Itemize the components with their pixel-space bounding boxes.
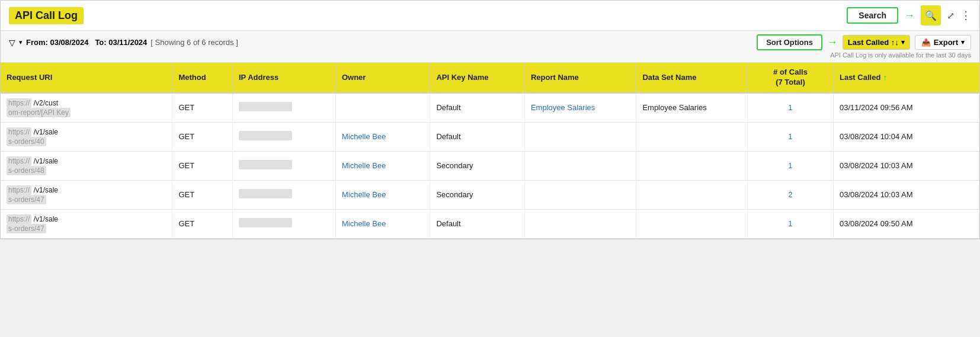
- cell-dataset: Employee Salaries: [636, 93, 748, 123]
- cell-ip: [232, 180, 335, 209]
- owner-link[interactable]: Michelle Bee: [342, 190, 386, 199]
- export-label: Export: [934, 38, 958, 47]
- cell-owner[interactable]: Michelle Bee: [335, 151, 430, 180]
- cell-dataset: [636, 151, 748, 180]
- cell-calls[interactable]: 1: [747, 209, 833, 238]
- cell-lastcalled: 03/08/2024 10:03 AM: [833, 180, 979, 209]
- cell-report: [524, 180, 636, 209]
- calls-link[interactable]: 1: [788, 132, 792, 141]
- page-title: API Call Log: [9, 7, 84, 24]
- cell-method: GET: [172, 151, 232, 180]
- sort-caret-icon: ▾: [901, 38, 905, 46]
- owner-link[interactable]: Michelle Bee: [342, 219, 386, 228]
- export-button[interactable]: 📤 Export ▾: [915, 35, 971, 50]
- expand-icon[interactable]: ⤢: [947, 10, 955, 21]
- cell-owner[interactable]: Michelle Bee: [335, 209, 430, 238]
- table-row: https:// /v1/sale s-orders/48 GETMichell…: [1, 151, 979, 180]
- cell-uri: https:// /v1/sale s-orders/47: [1, 209, 172, 238]
- cell-apikey: Default: [430, 209, 524, 238]
- cell-ip: [232, 122, 335, 151]
- cell-dataset: [636, 209, 748, 238]
- cell-method: GET: [172, 209, 232, 238]
- cell-report: [524, 209, 636, 238]
- cell-calls[interactable]: 1: [747, 122, 833, 151]
- search-icon: 🔍: [925, 10, 937, 21]
- filter-bar: ▽ ▾ From: 03/08/2024 To: 03/11/2024 [ Sh…: [9, 38, 238, 47]
- col-header-dataset: Data Set Name: [636, 63, 748, 93]
- sort-dropdown-label: Last Called ↑↓: [848, 38, 899, 47]
- cell-uri: https:// /v1/sale s-orders/47: [1, 180, 172, 209]
- cell-ip: [232, 93, 335, 123]
- date-range-label: From: 03/08/2024 To: 03/11/2024: [26, 38, 147, 47]
- cell-report: [524, 122, 636, 151]
- export-caret-icon: ▾: [961, 38, 965, 46]
- col-header-lastcalled: Last Called ↑: [833, 63, 979, 93]
- cell-dataset: [636, 180, 748, 209]
- cell-apikey: Secondary: [430, 151, 524, 180]
- col-header-calls: # of Calls(7 Total): [747, 63, 833, 93]
- cell-calls[interactable]: 1: [747, 93, 833, 123]
- cell-method: GET: [172, 122, 232, 151]
- sort-dropdown[interactable]: Last Called ↑↓ ▾: [843, 35, 910, 50]
- cell-report: [524, 151, 636, 180]
- cell-owner[interactable]: Michelle Bee: [335, 180, 430, 209]
- more-options-icon[interactable]: ⋮: [960, 9, 971, 22]
- cell-lastcalled: 03/08/2024 10:04 AM: [833, 122, 979, 151]
- col-header-method: Method: [172, 63, 232, 93]
- cell-method: GET: [172, 93, 232, 123]
- last-called-sort-arrow: ↑: [883, 73, 887, 82]
- report-link[interactable]: Employee Salaries: [531, 103, 595, 112]
- cell-lastcalled: 03/08/2024 10:03 AM: [833, 151, 979, 180]
- calls-link[interactable]: 1: [788, 219, 792, 228]
- cell-dataset: [636, 122, 748, 151]
- cell-lastcalled: 03/11/2024 09:56 AM: [833, 93, 979, 123]
- filter-dropdown-arrow[interactable]: ▾: [19, 38, 23, 46]
- cell-calls[interactable]: 2: [747, 180, 833, 209]
- cell-apikey: Secondary: [430, 180, 524, 209]
- cell-apikey: Default: [430, 122, 524, 151]
- cell-lastcalled: 03/08/2024 09:50 AM: [833, 209, 979, 238]
- cell-ip: [232, 209, 335, 238]
- filter-icon[interactable]: ▽: [9, 38, 15, 47]
- export-icon: 📤: [921, 38, 931, 47]
- col-header-ip: IP Address: [232, 63, 335, 93]
- cell-ip: [232, 151, 335, 180]
- cell-owner[interactable]: Michelle Bee: [335, 122, 430, 151]
- table-row: https:// /v1/sale s-orders/40 GETMichell…: [1, 122, 979, 151]
- cell-calls[interactable]: 1: [747, 151, 833, 180]
- sort-options-button[interactable]: Sort Options: [757, 34, 822, 50]
- table-row: https:// /v2/cust om-report/[API Key GET…: [1, 93, 979, 123]
- owner-link[interactable]: Michelle Bee: [342, 132, 386, 141]
- cell-uri: https:// /v1/sale s-orders/48: [1, 151, 172, 180]
- cell-report[interactable]: Employee Salaries: [524, 93, 636, 123]
- calls-link[interactable]: 2: [788, 190, 792, 199]
- owner-link[interactable]: Michelle Bee: [342, 161, 386, 170]
- calls-link[interactable]: 1: [788, 161, 792, 170]
- search-icon-button[interactable]: 🔍: [921, 5, 941, 25]
- records-count: [ Showing 6 of 6 records ]: [150, 38, 238, 47]
- cell-apikey: Default: [430, 93, 524, 123]
- col-header-report: Report Name: [524, 63, 636, 93]
- table-row: https:// /v1/sale s-orders/47 GETMichell…: [1, 209, 979, 238]
- col-header-uri: Request URI: [1, 63, 172, 93]
- cell-method: GET: [172, 180, 232, 209]
- col-header-apikey: API Key Name: [430, 63, 524, 93]
- table-row: https:// /v1/sale s-orders/47 GETMichell…: [1, 180, 979, 209]
- search-button[interactable]: Search: [847, 7, 898, 24]
- calls-link[interactable]: 1: [788, 103, 792, 112]
- cell-owner: [335, 93, 430, 123]
- arrow-icon: →: [904, 9, 915, 22]
- sort-arrow-icon: →: [827, 36, 838, 49]
- cell-uri: https:// /v2/cust om-report/[API Key: [1, 93, 172, 123]
- cell-uri: https:// /v1/sale s-orders/40: [1, 122, 172, 151]
- notice-text: API Call Log is only available for the l…: [9, 52, 971, 59]
- col-header-owner: Owner: [335, 63, 430, 93]
